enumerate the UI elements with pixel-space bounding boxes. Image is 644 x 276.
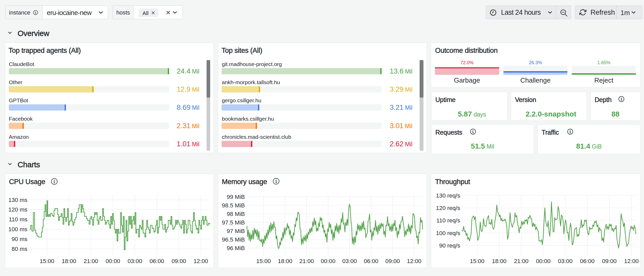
- svg-text:09:00: 09:00: [602, 258, 617, 264]
- svg-text:06:00: 06:00: [150, 258, 164, 264]
- svg-text:98 MiB: 98 MiB: [227, 211, 245, 217]
- svg-text:18:00: 18:00: [62, 258, 76, 264]
- svg-text:21:00: 21:00: [299, 258, 314, 264]
- svg-text:15:00: 15:00: [40, 258, 54, 264]
- svg-text:12:00: 12:00: [194, 258, 208, 264]
- svg-text:90 ms: 90 ms: [12, 236, 27, 242]
- svg-text:120 req/s: 120 req/s: [436, 205, 460, 211]
- svg-text:03:00: 03:00: [558, 258, 572, 264]
- svg-text:06:00: 06:00: [580, 258, 595, 264]
- svg-text:90 req/s: 90 req/s: [439, 242, 460, 249]
- svg-text:120 ms: 120 ms: [8, 206, 27, 213]
- svg-text:100 ms: 100 ms: [8, 226, 27, 233]
- svg-text:98.5 MiB: 98.5 MiB: [222, 202, 245, 209]
- svg-text:130 ms: 130 ms: [8, 197, 27, 203]
- svg-text:130 req/s: 130 req/s: [436, 192, 460, 199]
- svg-text:12:00: 12:00: [407, 258, 421, 264]
- svg-text:12:00: 12:00: [624, 258, 639, 264]
- svg-text:96.5 MiB: 96.5 MiB: [222, 236, 245, 243]
- svg-text:00:00: 00:00: [321, 258, 335, 264]
- svg-text:21:00: 21:00: [514, 258, 528, 264]
- svg-text:110 ms: 110 ms: [9, 216, 27, 223]
- svg-text:110 req/s: 110 req/s: [436, 217, 460, 224]
- svg-text:00:00: 00:00: [536, 258, 550, 264]
- svg-text:21:00: 21:00: [84, 258, 98, 264]
- svg-text:06:00: 06:00: [364, 258, 378, 264]
- svg-text:99 MiB: 99 MiB: [227, 194, 245, 200]
- svg-text:15:00: 15:00: [470, 258, 484, 264]
- svg-text:03:00: 03:00: [128, 258, 142, 264]
- svg-text:96 MiB: 96 MiB: [227, 245, 245, 251]
- svg-text:97 MiB: 97 MiB: [227, 228, 245, 234]
- svg-text:00:00: 00:00: [106, 258, 120, 264]
- svg-text:15:00: 15:00: [256, 258, 271, 264]
- svg-text:18:00: 18:00: [278, 258, 292, 264]
- svg-text:97.5 MiB: 97.5 MiB: [222, 219, 245, 226]
- svg-text:100 req/s: 100 req/s: [436, 230, 460, 236]
- svg-text:09:00: 09:00: [172, 258, 186, 264]
- svg-text:18:00: 18:00: [492, 258, 506, 264]
- svg-text:03:00: 03:00: [342, 258, 357, 264]
- svg-text:09:00: 09:00: [385, 258, 400, 264]
- svg-text:80 ms: 80 ms: [12, 246, 27, 252]
